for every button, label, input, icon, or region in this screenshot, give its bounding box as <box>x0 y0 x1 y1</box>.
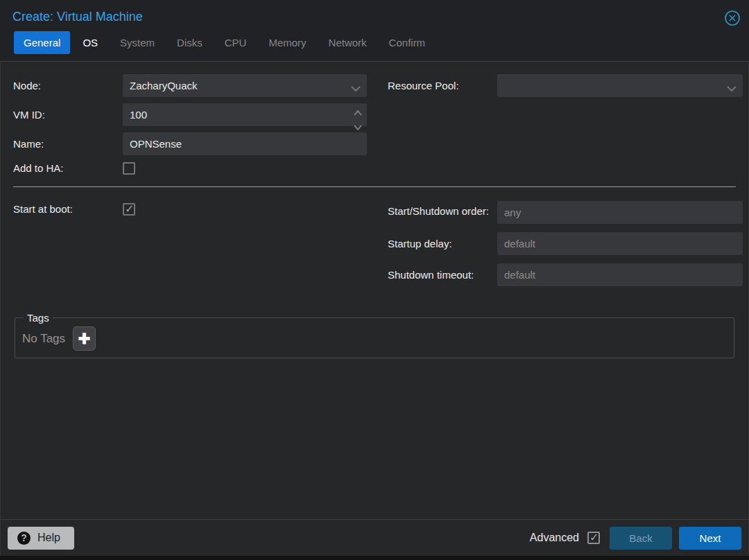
tab-general[interactable]: General <box>14 31 70 54</box>
startshutdown-order-field[interactable] <box>497 201 743 224</box>
chevron-down-icon <box>351 82 361 95</box>
node-input[interactable] <box>123 74 367 97</box>
resource-pool-label: Resource Pool: <box>388 79 497 93</box>
dialog-header: Create: Virtual Machine <box>0 0 749 24</box>
tags-legend: Tags <box>24 312 53 324</box>
tab-confirm: Confirm <box>379 31 436 54</box>
shutdown-timeout-label: Shutdown timeout: <box>388 268 497 282</box>
tab-cpu: CPU <box>215 31 257 54</box>
form-panel: Node: VM ID: <box>0 62 749 519</box>
node-dropdown[interactable] <box>123 74 367 97</box>
chevron-up-icon[interactable] <box>354 106 362 119</box>
chevron-down-icon <box>727 82 737 95</box>
tab-system: System <box>110 31 164 54</box>
vmid-spinner[interactable] <box>123 103 367 126</box>
tab-disks: Disks <box>167 31 212 54</box>
next-button[interactable]: Next <box>679 527 741 550</box>
vmid-input[interactable] <box>123 103 367 126</box>
wizard-tabbar: General OS System Disks CPU Memory Netwo… <box>0 24 749 62</box>
advanced-checkbox[interactable] <box>587 532 600 544</box>
startshutdown-order-input[interactable] <box>497 201 743 224</box>
vmid-label: VM ID: <box>13 108 123 122</box>
startup-delay-field[interactable] <box>497 232 743 255</box>
dialog-footer: ? Help Advanced Back Next <box>0 519 749 556</box>
name-input[interactable] <box>123 132 367 155</box>
tags-fieldset: Tags No Tags ✚ <box>15 312 734 358</box>
section-divider <box>13 186 736 187</box>
tab-os[interactable]: OS <box>73 31 107 54</box>
node-label: Node: <box>13 79 123 93</box>
add-to-ha-checkbox[interactable] <box>123 162 135 175</box>
shutdown-timeout-field[interactable] <box>497 263 743 286</box>
startup-delay-label: Startup delay: <box>388 237 497 251</box>
shutdown-timeout-input[interactable] <box>497 263 743 286</box>
add-tag-button[interactable]: ✚ <box>73 326 96 351</box>
create-vm-dialog: Create: Virtual Machine General OS Syste… <box>0 0 749 556</box>
no-tags-text: No Tags <box>22 332 65 346</box>
help-button-label: Help <box>37 532 60 544</box>
question-circle-icon: ? <box>17 532 31 545</box>
start-at-boot-label: Start at boot: <box>13 202 123 216</box>
tab-network: Network <box>319 31 377 54</box>
startup-delay-input[interactable] <box>497 232 743 255</box>
plus-icon: ✚ <box>78 331 91 346</box>
back-button[interactable]: Back <box>610 527 672 550</box>
advanced-label: Advanced <box>530 532 579 544</box>
dialog-title: Create: Virtual Machine <box>12 9 737 24</box>
start-at-boot-checkbox[interactable] <box>123 203 135 216</box>
resource-pool-dropdown[interactable] <box>497 74 743 97</box>
name-field[interactable] <box>123 132 367 155</box>
close-icon[interactable] <box>724 10 741 26</box>
name-label: Name: <box>13 137 123 151</box>
startshutdown-order-label: Start/Shutdown order: <box>388 201 497 218</box>
help-button[interactable]: ? Help <box>8 527 74 550</box>
add-to-ha-label: Add to HA: <box>13 161 123 175</box>
tab-memory: Memory <box>259 31 316 54</box>
screen: Create: Virtual Machine General OS Syste… <box>0 0 749 560</box>
resource-pool-input[interactable] <box>497 74 743 97</box>
chevron-down-icon[interactable] <box>354 121 362 133</box>
